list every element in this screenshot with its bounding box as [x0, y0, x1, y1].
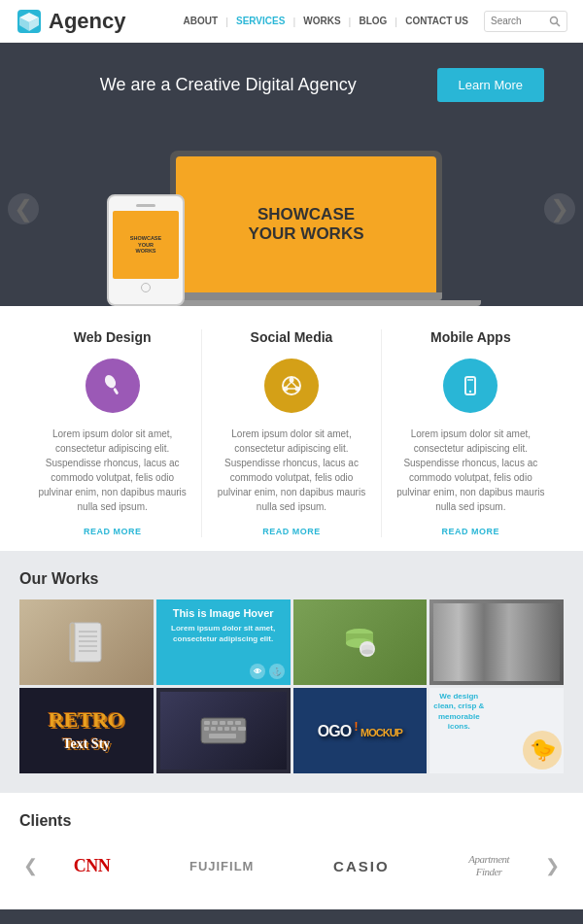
read-more-social[interactable]: READ MORE — [262, 527, 321, 536]
mobile-apps-icon-circle — [443, 359, 497, 413]
read-more-mobile[interactable]: READ MORE — [442, 527, 500, 536]
logo-text: Agency — [49, 9, 125, 34]
nav-about[interactable]: ABOUT — [176, 16, 226, 26]
client-logo-fujifilm: FUJIFILM — [189, 859, 255, 873]
phone-screen: SHOWCASEYOURWORKS — [113, 211, 179, 279]
svg-line-5 — [557, 22, 561, 26]
nav-works[interactable]: WORKS — [295, 16, 348, 26]
nav-blog[interactable]: BLOG — [351, 16, 394, 26]
svg-rect-34 — [212, 721, 218, 725]
hero-headline: We are a Creative Digital Agency — [39, 75, 418, 95]
clients-right-arrow[interactable]: ❯ — [541, 851, 564, 880]
laptop-screen-text: SHOWCASEYOUR WORKS — [249, 205, 364, 245]
work-link-icon: ⚓ — [269, 664, 285, 679]
db-icon — [340, 628, 379, 657]
service-desc-social: Lorem ipsum dolor sit amet, consectetur … — [212, 427, 370, 514]
work-item-3[interactable] — [293, 599, 428, 685]
work-item-7[interactable]: OGO ! MOCKUP — [293, 688, 428, 773]
search-area[interactable] — [484, 11, 567, 32]
work-item-5[interactable]: RETROText Sty — [19, 688, 154, 773]
work-hover-desc: Lorem ipsum dolor sit amet, consectetur … — [164, 623, 283, 644]
hero-top: We are a Creative Digital Agency Learn M… — [0, 58, 583, 102]
svg-point-17 — [469, 391, 471, 393]
svg-rect-41 — [224, 727, 229, 731]
work-item-1[interactable] — [19, 599, 154, 685]
footer: Home | About | Services | Work | Blog | … — [0, 909, 583, 924]
svg-rect-7 — [113, 388, 119, 395]
work-hover-title: This is Image Hover — [164, 607, 283, 619]
hero-devices: ❮ SHOWCASEYOURWORKS SHOWCASEYOUR WORKS ❯ — [0, 112, 583, 306]
work-item-8[interactable]: We designclean, crisp &memorableicons. 🐤 — [429, 688, 564, 773]
logo-icon — [16, 8, 43, 35]
paintbrush-icon — [100, 373, 125, 398]
work-item-6[interactable] — [156, 688, 291, 773]
client-logo-cnn: CNN — [74, 856, 111, 876]
clients-left-arrow[interactable]: ❮ — [19, 851, 42, 880]
nav-contact[interactable]: CONTACT US — [397, 16, 476, 26]
service-desc-mobile: Lorem ipsum dolor sit amet, consectetur … — [392, 427, 550, 514]
svg-rect-43 — [238, 727, 246, 731]
svg-rect-35 — [220, 721, 225, 725]
svg-point-6 — [102, 373, 118, 390]
carousel-right-arrow[interactable]: ❯ — [544, 193, 575, 224]
svg-rect-36 — [227, 721, 233, 725]
svg-point-31 — [361, 650, 373, 655]
work-item-4[interactable] — [429, 599, 564, 685]
work-eye-icon: 👁 — [250, 664, 265, 679]
read-more-web[interactable]: READ MORE — [84, 527, 142, 536]
services-section: Web Design Lorem ipsum dolor sit amet, c… — [0, 306, 583, 551]
social-media-icon-circle — [264, 359, 319, 413]
client-logo-apartment: ApartmentFinder — [468, 853, 509, 878]
search-input[interactable] — [491, 16, 549, 26]
phone-home-button — [141, 283, 151, 292]
search-icon — [549, 16, 561, 27]
phone-screen-text: SHOWCASEYOURWORKS — [130, 235, 161, 255]
svg-rect-33 — [204, 721, 210, 725]
service-title-social: Social Media — [212, 329, 370, 345]
carousel-left-arrow[interactable]: ❮ — [8, 193, 39, 224]
service-social-media: Social Media Lorem ipsum dolor sit amet,… — [202, 329, 381, 537]
clients-logos: CNN FUJIFILM CASIO ApartmentFinder — [42, 853, 541, 878]
svg-rect-44 — [209, 734, 236, 738]
phone-mockup: SHOWCASEYOURWORKS — [107, 194, 185, 306]
svg-rect-37 — [235, 721, 241, 725]
learn-more-button[interactable]: Learn More — [437, 68, 544, 102]
svg-rect-19 — [70, 623, 75, 662]
works-section-title: Our Works — [19, 570, 564, 588]
services-grid: Web Design Lorem ipsum dolor sit amet, c… — [23, 329, 560, 537]
works-grid: This is Image Hover Lorem ipsum dolor si… — [19, 599, 564, 773]
mobile-icon — [458, 373, 483, 398]
clients-section: Clients ❮ CNN FUJIFILM CASIO ApartmentFi… — [0, 793, 583, 909]
service-title-web: Web Design — [33, 329, 191, 345]
client-logo-casio: CASIO — [333, 858, 390, 874]
main-nav: ABOUT | SERVICES | WORKS | BLOG | CONTAC… — [176, 11, 567, 32]
logo-area: Agency — [16, 8, 125, 35]
svg-point-9 — [289, 378, 293, 383]
svg-rect-42 — [231, 727, 236, 731]
svg-line-13 — [292, 382, 296, 387]
clients-section-title: Clients — [19, 812, 564, 830]
svg-rect-18 — [72, 623, 101, 662]
phone-speaker — [136, 204, 155, 207]
laptop-mockup: SHOWCASEYOUR WORKS — [170, 151, 442, 306]
share-icon — [279, 373, 304, 398]
laptop-foot — [170, 300, 481, 306]
svg-rect-38 — [204, 727, 209, 731]
svg-line-12 — [287, 382, 292, 387]
header: Agency ABOUT | SERVICES | WORKS | BLOG |… — [0, 0, 583, 43]
laptop-base — [170, 292, 442, 300]
clients-row: ❮ CNN FUJIFILM CASIO ApartmentFinder ❯ — [19, 841, 564, 890]
service-mobile-apps: Mobile Apps Lorem ipsum dolor sit amet, … — [382, 329, 560, 537]
our-works-section: Our Works This is Image Hover Lo — [0, 551, 583, 793]
web-design-icon-circle — [86, 359, 140, 413]
work-item-2[interactable]: This is Image Hover Lorem ipsum dolor si… — [156, 599, 291, 685]
keyboard-icon — [199, 716, 248, 745]
nav-services[interactable]: SERVICES — [228, 16, 292, 26]
hero-section: We are a Creative Digital Agency Learn M… — [0, 43, 583, 306]
service-web-design: Web Design Lorem ipsum dolor sit amet, c… — [23, 329, 202, 537]
service-title-mobile: Mobile Apps — [392, 329, 550, 345]
svg-rect-39 — [211, 727, 216, 731]
svg-rect-40 — [218, 727, 223, 731]
service-desc-web: Lorem ipsum dolor sit amet, consectetur … — [33, 427, 191, 514]
svg-point-4 — [551, 17, 558, 23]
